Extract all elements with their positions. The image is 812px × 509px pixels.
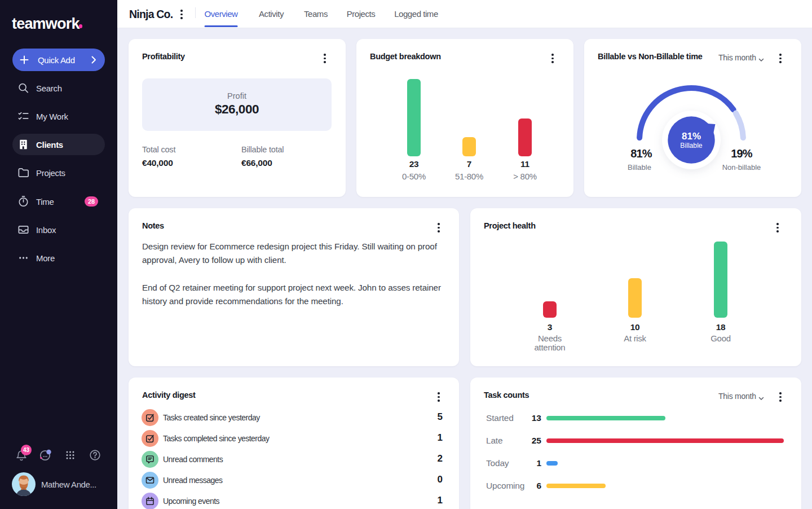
svg-text:81%: 81% (682, 131, 701, 142)
svg-text:Billable: Billable (680, 142, 703, 150)
